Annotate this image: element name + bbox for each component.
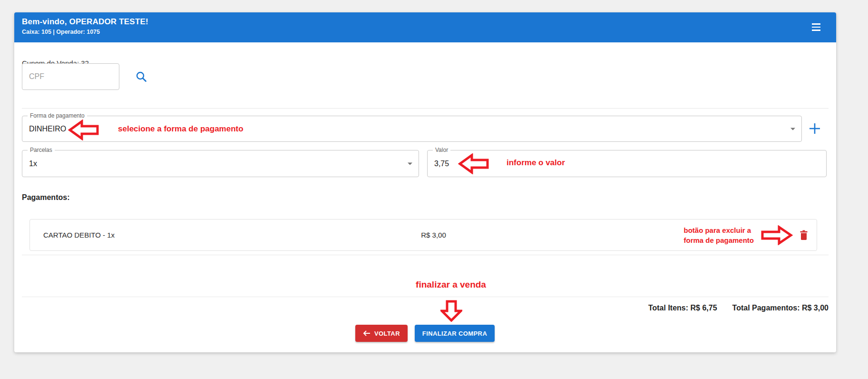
search-icon[interactable]	[134, 70, 148, 84]
valor-label: Valor	[433, 147, 450, 153]
annotation-left-arrow-icon	[68, 120, 99, 140]
total-payments: Total Pagamentos: R$ 3,00	[732, 304, 829, 312]
annotation-left-arrow-icon	[458, 153, 489, 174]
cpf-input[interactable]	[22, 63, 119, 90]
chevron-down-icon	[790, 127, 796, 130]
voltar-button-label: VOLTAR	[374, 330, 400, 337]
caixa-operador-info: Caixa: 105 | Operador: 1075	[22, 29, 829, 35]
payment-amount: R$ 3,00	[421, 231, 446, 239]
delete-payment-trash-icon[interactable]	[800, 229, 810, 241]
arrow-left-icon	[363, 330, 371, 336]
payment-delete-annotation-group: botão para excluir a forma de pagamento	[683, 219, 810, 250]
annotation-down-arrow-icon	[440, 300, 462, 322]
payments-section-label: Pagamentos:	[22, 193, 69, 202]
annotation-delete-line2: forma de pagamento	[683, 235, 754, 245]
annotation-finish-sale-text: finalizar a venda	[408, 279, 494, 290]
parcelas-value: 1x	[29, 160, 37, 168]
voltar-button[interactable]: VOLTAR	[355, 325, 408, 342]
parcelas-select[interactable]: Parcelas 1x	[22, 150, 419, 177]
welcome-title: Bem-vindo, OPERADOR TESTE!	[22, 17, 829, 27]
totals-row: Total Itens: R$ 6,75 Total Pagamentos: R…	[648, 304, 829, 312]
finalizar-compra-button-label: FINALIZAR COMPRA	[422, 330, 487, 337]
total-items: Total Itens: R$ 6,75	[648, 304, 717, 312]
pos-sale-card: Bem-vindo, OPERADOR TESTE! Caixa: 105 | …	[14, 12, 836, 352]
annotation-inform-value-text: informe o valor	[507, 158, 565, 168]
divider	[22, 297, 829, 297]
annotation-delete-payment-text: botão para excluir a forma de pagamento	[683, 225, 754, 245]
divider	[22, 108, 829, 109]
finalizar-compra-button[interactable]: FINALIZAR COMPRA	[415, 325, 495, 342]
chevron-down-icon	[407, 162, 413, 165]
parcelas-label: Parcelas	[28, 147, 55, 153]
forma-de-pagamento-label: Forma de pagamento	[28, 112, 87, 119]
payment-row: CARTAO DEBITO - 1x R$ 3,00 botão para ex…	[29, 219, 817, 251]
annotation-delete-line1: botão para excluir a	[683, 225, 754, 235]
annotation-select-payment-text: selecione a forma de pagamento	[118, 124, 244, 134]
app-header: Bem-vindo, OPERADOR TESTE! Caixa: 105 | …	[14, 12, 836, 42]
add-payment-icon[interactable]	[808, 121, 822, 136]
hamburger-menu-icon[interactable]	[810, 22, 822, 32]
divider	[22, 255, 829, 255]
annotation-right-arrow-icon	[761, 225, 793, 245]
forma-de-pagamento-value: DINHEIRO	[29, 125, 66, 133]
payment-method: CARTAO DEBITO - 1x	[43, 231, 115, 239]
